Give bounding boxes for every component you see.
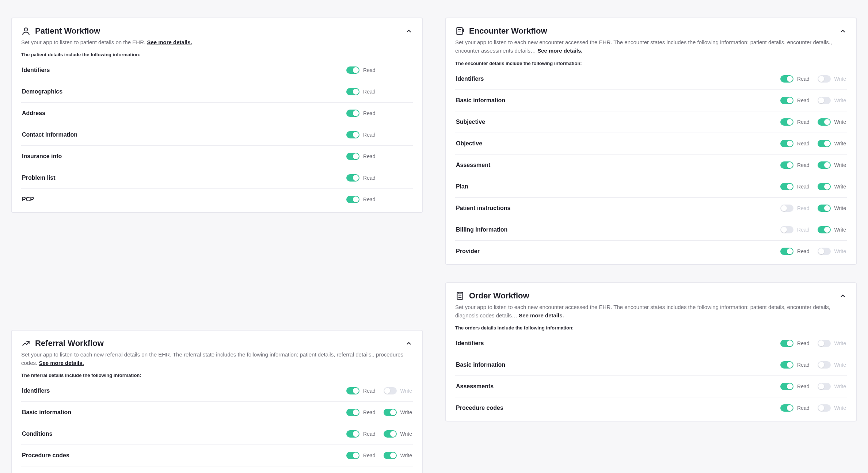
read-toggle[interactable]	[346, 88, 359, 95]
permission-name: Insurance info	[22, 153, 62, 160]
write-control: Write	[384, 387, 412, 394]
read-toggle[interactable]	[780, 118, 793, 126]
permission-row: IdentifiersReadWrite	[21, 60, 413, 81]
write-toggle[interactable]	[818, 361, 831, 369]
read-toggle[interactable]	[780, 205, 793, 212]
read-toggle[interactable]	[780, 75, 793, 83]
read-toggle[interactable]	[346, 131, 359, 138]
write-toggle[interactable]	[818, 161, 831, 169]
read-label: Read	[363, 197, 375, 202]
permission-controls: ReadWrite	[346, 196, 412, 203]
read-control: Read	[346, 409, 375, 416]
read-toggle[interactable]	[780, 248, 793, 255]
read-label: Read	[363, 431, 375, 437]
read-toggle[interactable]	[346, 66, 359, 74]
write-label: Write	[834, 405, 846, 411]
read-toggle[interactable]	[346, 409, 359, 416]
read-toggle[interactable]	[780, 340, 793, 347]
permission-name: Basic information	[456, 97, 505, 104]
chevron-up-icon[interactable]	[405, 27, 413, 35]
permission-row: IdentifiersReadWrite	[455, 333, 847, 354]
see-more-link[interactable]: See more details.	[147, 39, 192, 45]
card-subheader: The patient details include the followin…	[21, 52, 413, 57]
permission-controls: ReadWrite	[780, 75, 846, 83]
permission-name: Contact information	[22, 131, 77, 138]
permission-row: ObjectiveReadWrite	[455, 133, 847, 154]
read-toggle[interactable]	[780, 161, 793, 169]
read-label: Read	[363, 89, 375, 95]
read-toggle[interactable]	[346, 196, 359, 203]
read-label: Read	[363, 153, 375, 159]
write-toggle[interactable]	[384, 387, 397, 394]
write-toggle[interactable]	[818, 404, 831, 412]
write-toggle[interactable]	[818, 75, 831, 83]
read-toggle[interactable]	[780, 97, 793, 104]
see-more-link[interactable]: See more details.	[537, 47, 582, 54]
read-toggle[interactable]	[780, 183, 793, 190]
write-toggle[interactable]	[818, 226, 831, 233]
read-label: Read	[797, 384, 809, 389]
permission-name: Objective	[456, 140, 482, 147]
permission-row: Patient instructionsReadWrite	[455, 197, 847, 219]
permission-row: DemographicsReadWrite	[21, 81, 413, 102]
card-title: Referral Workflow	[35, 339, 104, 348]
chevron-up-icon[interactable]	[839, 292, 847, 300]
read-control: Read	[780, 226, 809, 233]
read-control: Read	[346, 196, 375, 203]
read-control: Read	[780, 205, 809, 212]
write-toggle[interactable]	[384, 409, 397, 416]
permission-controls: ReadWrite	[780, 97, 846, 104]
read-toggle[interactable]	[780, 361, 793, 369]
read-toggle[interactable]	[346, 452, 359, 459]
read-toggle[interactable]	[346, 110, 359, 117]
card-header: Patient Workflow	[21, 26, 413, 36]
permission-controls: ReadWrite	[780, 183, 846, 190]
write-toggle[interactable]	[384, 452, 397, 459]
permission-controls: ReadWrite	[346, 88, 412, 95]
write-control: Write	[384, 409, 412, 416]
write-toggle[interactable]	[818, 118, 831, 126]
read-toggle[interactable]	[346, 174, 359, 182]
read-toggle[interactable]	[780, 140, 793, 147]
write-control: Write	[818, 118, 846, 126]
write-toggle[interactable]	[818, 383, 831, 390]
permission-row: ProviderReadWrite	[455, 240, 847, 262]
read-label: Read	[797, 184, 809, 190]
write-control: Write	[818, 340, 846, 347]
permission-name: Basic information	[456, 362, 505, 368]
read-toggle[interactable]	[346, 387, 359, 394]
read-control: Read	[346, 387, 375, 394]
permission-row: Problem listReadWrite	[21, 167, 413, 188]
permission-name: Billing information	[456, 226, 507, 233]
write-toggle[interactable]	[818, 205, 831, 212]
read-label: Read	[363, 409, 375, 415]
permission-name: Identifiers	[456, 76, 484, 82]
see-more-link[interactable]: See more details.	[39, 360, 84, 366]
card-title: Encounter Workflow	[469, 26, 547, 36]
write-toggle[interactable]	[818, 248, 831, 255]
permission-row: Referring providerReadWrite	[21, 466, 413, 473]
read-toggle[interactable]	[780, 383, 793, 390]
write-control: Write	[818, 383, 846, 390]
permission-row: ConditionsReadWrite	[21, 423, 413, 445]
write-toggle[interactable]	[818, 340, 831, 347]
chevron-up-icon[interactable]	[405, 339, 413, 347]
permission-row: PlanReadWrite	[455, 176, 847, 197]
write-control: Write	[818, 404, 846, 412]
read-toggle[interactable]	[346, 430, 359, 438]
write-toggle[interactable]	[818, 183, 831, 190]
read-toggle[interactable]	[780, 226, 793, 233]
chevron-up-icon[interactable]	[839, 27, 847, 35]
write-toggle[interactable]	[384, 430, 397, 438]
write-toggle[interactable]	[818, 140, 831, 147]
permission-row: Billing informationReadWrite	[455, 219, 847, 240]
read-control: Read	[780, 75, 809, 83]
write-toggle[interactable]	[818, 97, 831, 104]
write-control: Write	[384, 452, 412, 459]
permission-controls: ReadWrite	[780, 361, 846, 369]
read-toggle[interactable]	[780, 404, 793, 412]
read-toggle[interactable]	[346, 153, 359, 160]
permission-controls: ReadWrite	[346, 452, 412, 459]
see-more-link[interactable]: See more details.	[519, 312, 564, 318]
read-label: Read	[363, 110, 375, 116]
